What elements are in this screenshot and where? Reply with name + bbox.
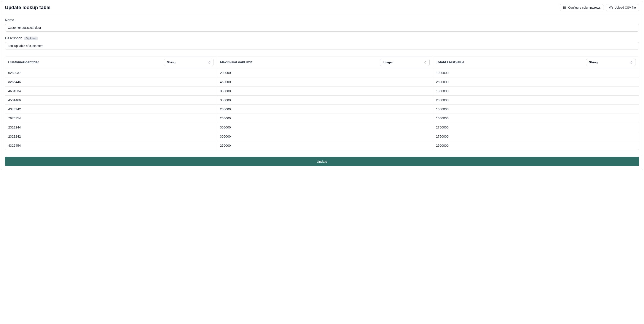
column-name: CustomerIdentifier [8,60,39,64]
column-type-value: Integer [383,61,393,64]
upload-cloud-icon [609,6,613,9]
column-name: TotalAssestValue [436,60,464,64]
table-cell[interactable]: 200000 [217,105,433,114]
optional-badge: Optional [24,37,38,40]
table-cell[interactable]: 450000 [217,77,433,87]
table-cell[interactable]: 350000 [217,87,433,96]
column-type-value: String [167,61,176,64]
table-cell[interactable]: 4325454 [5,141,217,150]
column-header: CustomerIdentifier String [5,57,217,68]
table-row: 4325454 250000 2500000 [5,141,639,150]
table-row: 4531466 350000 2000000 [5,96,639,105]
table-cell[interactable]: 1500000 [433,87,639,96]
table-cell[interactable]: 200000 [217,114,433,123]
table-row: 4343242 200000 1000000 [5,105,639,114]
upload-csv-button[interactable]: Upload CSV file [606,4,639,11]
configure-columns-label: Configure columns/rows [568,6,600,9]
name-field-group: Name [5,18,639,32]
table-cell[interactable]: 1000000 [433,105,639,114]
table-cell[interactable]: 2323244 [5,123,217,132]
table-cell[interactable]: 4531466 [5,96,217,105]
header-actions: Configure columns/rows Upload CSV file [560,4,639,11]
lookup-table-container: CustomerIdentifier String [5,56,639,150]
name-input[interactable] [5,24,639,32]
table-cell[interactable]: 2750000 [433,132,639,141]
table-row: 3265446 450000 2500000 [5,77,639,87]
update-button[interactable]: Update [5,157,639,166]
table-row: 2323242 300000 2750000 [5,132,639,141]
table-cell[interactable]: 2500000 [433,141,639,150]
table-cell[interactable]: 2500000 [433,77,639,87]
select-spinner-icon [208,61,211,64]
table-cell[interactable]: 350000 [217,96,433,105]
upload-csv-label: Upload CSV file [614,6,636,9]
table-cell[interactable]: 2323242 [5,132,217,141]
update-lookup-panel: Update lookup table Configure columns/ro… [1,1,643,170]
table-cell[interactable]: 300000 [217,123,433,132]
column-type-select[interactable]: Integer [380,59,430,66]
column-header: TotalAssestValue String [433,57,639,68]
table-row: 6283937 200000 1000000 [5,68,639,77]
table-row: 2323244 300000 2750000 [5,123,639,132]
configure-columns-button[interactable]: Configure columns/rows [560,4,604,11]
table-cell[interactable]: 4343242 [5,105,217,114]
column-header: MaximumLoanLimit Integer [217,57,433,68]
description-field-group: Description Optional [5,36,639,50]
table-cell[interactable]: 2000000 [433,96,639,105]
table-row: 4634534 350000 1500000 [5,87,639,96]
page-title: Update lookup table [5,5,50,10]
column-name: MaximumLoanLimit [220,60,252,64]
table-cell[interactable]: 1000000 [433,68,639,77]
column-type-select[interactable]: String [586,59,636,66]
column-type-value: String [589,61,598,64]
table-cell[interactable]: 2750000 [433,123,639,132]
table-cell[interactable]: 200000 [217,68,433,77]
table-cell[interactable]: 3265446 [5,77,217,87]
panel-body: Name Description Optional CustomerIdenti… [1,14,643,154]
lookup-table: CustomerIdentifier String [5,57,639,150]
panel-header: Update lookup table Configure columns/ro… [1,1,643,14]
table-cell[interactable]: 1000000 [433,114,639,123]
select-spinner-icon [630,61,633,64]
table-cell[interactable]: 300000 [217,132,433,141]
description-input[interactable] [5,42,639,50]
column-type-select[interactable]: String [164,59,214,66]
table-cell[interactable]: 4634534 [5,87,217,96]
list-settings-icon [563,6,566,9]
table-cell[interactable]: 6283937 [5,68,217,77]
table-cell[interactable]: 7676754 [5,114,217,123]
select-spinner-icon [424,61,427,64]
description-label: Description [5,36,22,40]
table-row: 7676754 200000 1000000 [5,114,639,123]
panel-footer: Update [1,154,643,170]
table-body: 6283937 200000 1000000 3265446 450000 25… [5,68,639,150]
table-cell[interactable]: 250000 [217,141,433,150]
table-header-row: CustomerIdentifier String [5,57,639,68]
name-label: Name [5,18,14,22]
